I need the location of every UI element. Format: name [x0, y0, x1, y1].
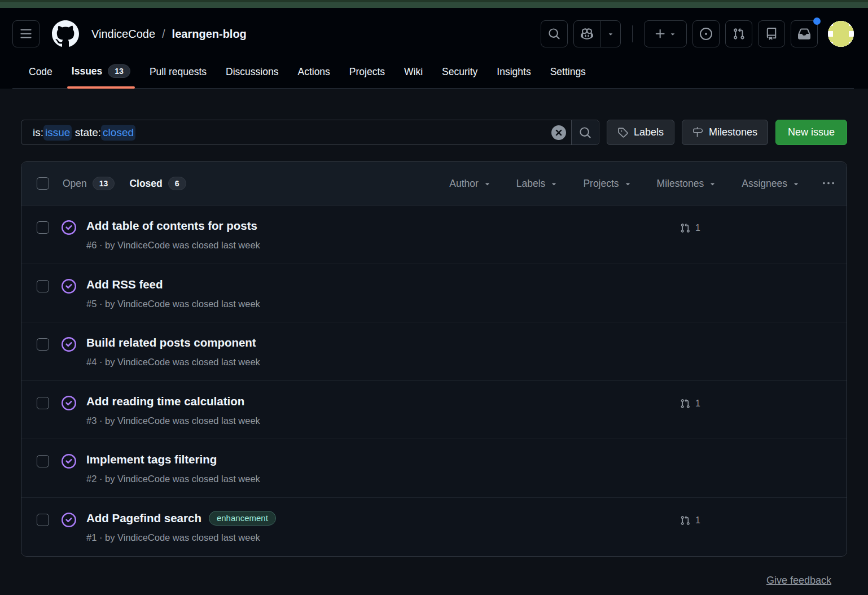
filter-label: Projects [583, 178, 619, 190]
pull-request-icon [680, 223, 690, 233]
issue-opened-icon [700, 28, 712, 40]
tab-wiki[interactable]: Wiki [397, 58, 429, 88]
create-new-button[interactable] [644, 20, 687, 47]
tab-discussions[interactable]: Discussions [219, 58, 285, 88]
your-pull-requests-button[interactable] [725, 20, 752, 47]
new-issue-button[interactable]: New issue [775, 120, 847, 145]
issue-checkbox[interactable] [37, 455, 49, 467]
give-feedback-link[interactable]: Give feedback [766, 575, 831, 586]
hamburger-menu-button[interactable] [12, 20, 40, 47]
tab-pull-requests[interactable]: Pull requests [143, 58, 213, 88]
filter-dropdown-assignees[interactable]: Assignees [742, 178, 800, 190]
repo-icon [765, 28, 778, 40]
issue-title-link[interactable]: Add reading time calculation [86, 394, 244, 409]
kebab-icon [823, 178, 834, 189]
open-issues-filter[interactable]: Open 13 [63, 177, 115, 190]
select-all-checkbox[interactable] [37, 177, 49, 190]
search-icon [548, 28, 560, 40]
issue-meta: #3 · by VindiceCode was closed last week [86, 415, 680, 426]
issue-row: Add table of contents for posts#6 · by V… [21, 205, 847, 264]
issue-title-link[interactable]: Implement tags filtering [86, 452, 217, 467]
tab-issues[interactable]: Issues13 [65, 56, 137, 88]
repositories-button[interactable] [758, 20, 785, 47]
your-issues-button[interactable] [692, 20, 720, 47]
hamburger-icon [20, 28, 32, 40]
github-logo-icon[interactable] [52, 20, 79, 47]
pull-request-icon [733, 28, 745, 40]
labels-button-label: Labels [634, 126, 664, 138]
issues-toolbar: is:issue state:closed Labels Milestones … [21, 120, 847, 145]
filter-dropdowns: AuthorLabelsProjectsMilestonesAssignees [449, 178, 800, 190]
chevron-down-icon [708, 180, 717, 188]
linked-pr-count: 1 [695, 223, 700, 233]
labels-button[interactable]: Labels [607, 120, 674, 145]
filter-label: Assignees [742, 178, 787, 190]
search-submit-button[interactable] [571, 120, 599, 145]
filter-dropdown-labels[interactable]: Labels [516, 178, 559, 190]
breadcrumb-repo[interactable]: learngen-blog [172, 28, 247, 41]
open-label: Open [63, 178, 87, 190]
search-query-text: is: [33, 126, 43, 139]
issue-title-link[interactable]: Add RSS feed [86, 277, 163, 292]
active-tab-underline [67, 86, 135, 89]
filter-dropdown-author[interactable]: Author [449, 178, 492, 190]
issue-checkbox[interactable] [37, 280, 49, 292]
tab-label: Insights [497, 66, 531, 78]
filter-dropdown-projects[interactable]: Projects [583, 178, 632, 190]
avatar[interactable] [828, 21, 854, 47]
inbox-button[interactable] [791, 20, 818, 47]
open-count-badge: 13 [93, 177, 115, 190]
breadcrumb-owner[interactable]: VindiceCode [91, 28, 155, 41]
issue-closed-icon [62, 337, 76, 352]
copilot-chat-button[interactable] [574, 21, 600, 47]
linked-pr-count: 1 [695, 515, 700, 526]
pull-request-icon [680, 399, 690, 409]
milestones-button[interactable]: Milestones [682, 120, 768, 145]
issue-title-link[interactable]: Build related posts component [86, 335, 256, 350]
tab-code[interactable]: Code [22, 58, 59, 88]
issue-search-input[interactable]: is:issue state:closed [21, 120, 546, 145]
linked-pull-requests[interactable]: 1 [680, 399, 834, 409]
tab-label: Projects [349, 66, 385, 78]
issue-checkbox[interactable] [37, 338, 49, 351]
issue-closed-icon [62, 220, 76, 235]
tab-insights[interactable]: Insights [490, 58, 537, 88]
issue-checkbox[interactable] [37, 514, 49, 526]
closed-issues-filter[interactable]: Closed 6 [129, 177, 186, 190]
plus-icon [654, 28, 667, 40]
tab-projects[interactable]: Projects [343, 58, 392, 88]
filter-dropdown-milestones[interactable]: Milestones [657, 178, 717, 190]
clear-search-button[interactable] [546, 120, 571, 145]
linked-pull-requests[interactable]: 1 [680, 515, 834, 526]
chevron-down-icon [483, 180, 492, 188]
top-color-strip [0, 0, 868, 8]
issue-row: Add RSS feed#5 · by VindiceCode was clos… [21, 264, 847, 323]
tab-actions[interactable]: Actions [291, 58, 336, 88]
issues-list-card: Open 13 Closed 6 AuthorLabelsProjectsMil… [21, 161, 847, 557]
issue-title-link[interactable]: Add table of contents for posts [86, 218, 257, 233]
tab-counter-badge: 13 [108, 64, 130, 78]
issue-row: Implement tags filtering#2 · by VindiceC… [21, 439, 847, 498]
tab-label: Discussions [226, 66, 278, 78]
tab-label: Security [442, 66, 477, 78]
tab-settings[interactable]: Settings [543, 58, 593, 88]
more-options-button[interactable] [823, 178, 834, 189]
copilot-dropdown-button[interactable] [600, 21, 620, 47]
issue-closed-icon [62, 454, 76, 469]
issue-checkbox[interactable] [37, 221, 49, 234]
tab-security[interactable]: Security [435, 58, 484, 88]
search-query-text: state: [72, 126, 101, 139]
chevron-down-icon [550, 180, 558, 188]
issue-title-link[interactable]: Add Pagefind search [86, 511, 201, 526]
issue-meta: #6 · by VindiceCode was closed last week [86, 240, 680, 251]
issue-meta: #2 · by VindiceCode was closed last week [86, 474, 680, 484]
closed-label: Closed [129, 178, 162, 190]
global-search-button[interactable] [541, 20, 568, 47]
issues-list-header: Open 13 Closed 6 AuthorLabelsProjectsMil… [21, 162, 847, 205]
search-query-token: closed [101, 125, 135, 141]
linked-pull-requests[interactable]: 1 [680, 223, 834, 233]
github-issues-page: VindiceCode / learngen-blog [0, 0, 868, 595]
issue-checkbox[interactable] [37, 397, 49, 409]
issue-label-enhancement[interactable]: enhancement [209, 511, 276, 526]
issue-closed-icon [62, 513, 76, 527]
